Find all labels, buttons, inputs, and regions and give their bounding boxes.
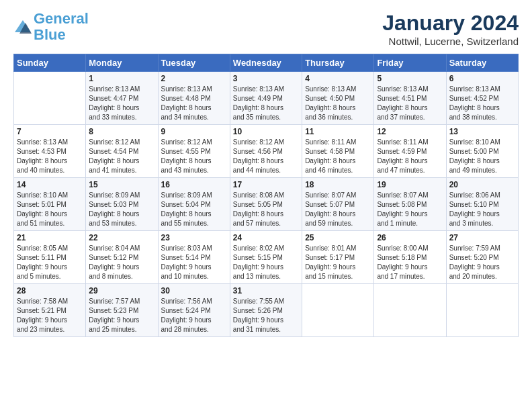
- day-info: Sunrise: 7:58 AMSunset: 5:21 PMDaylight:…: [17, 297, 83, 334]
- calendar-cell: 13Sunrise: 8:10 AMSunset: 5:00 PMDayligh…: [446, 125, 518, 178]
- calendar-cell: [14, 72, 86, 125]
- calendar-cell: 19Sunrise: 8:07 AMSunset: 5:08 PMDayligh…: [374, 178, 446, 231]
- calendar-cell: 12Sunrise: 8:11 AMSunset: 4:59 PMDayligh…: [374, 125, 446, 178]
- day-info: Sunrise: 8:10 AMSunset: 5:01 PMDaylight:…: [17, 191, 83, 228]
- day-number: 2: [161, 74, 227, 83]
- header-wednesday: Wednesday: [230, 54, 302, 72]
- calendar-cell: 7Sunrise: 8:13 AMSunset: 4:53 PMDaylight…: [14, 125, 86, 178]
- calendar-cell: 30Sunrise: 7:56 AMSunset: 5:24 PMDayligh…: [158, 284, 230, 337]
- logo-line1: General: [34, 10, 89, 27]
- day-info: Sunrise: 8:13 AMSunset: 4:47 PMDaylight:…: [89, 85, 154, 122]
- day-number: 30: [161, 286, 227, 295]
- day-info: Sunrise: 8:07 AMSunset: 5:08 PMDaylight:…: [377, 191, 443, 228]
- day-number: 14: [17, 180, 83, 189]
- calendar-cell: [302, 284, 374, 337]
- week-row-2: 7Sunrise: 8:13 AMSunset: 4:53 PMDaylight…: [14, 125, 519, 178]
- day-info: Sunrise: 8:08 AMSunset: 5:05 PMDaylight:…: [233, 191, 299, 228]
- day-number: 7: [17, 127, 83, 136]
- day-number: 9: [161, 127, 227, 136]
- day-info: Sunrise: 8:13 AMSunset: 4:51 PMDaylight:…: [377, 85, 443, 122]
- header-saturday: Saturday: [446, 54, 518, 72]
- day-number: 1: [89, 74, 154, 83]
- calendar-cell: 2Sunrise: 8:13 AMSunset: 4:48 PMDaylight…: [158, 72, 230, 125]
- header-thursday: Thursday: [302, 54, 374, 72]
- header-sunday: Sunday: [14, 54, 86, 72]
- calendar-cell: 5Sunrise: 8:13 AMSunset: 4:51 PMDaylight…: [374, 72, 446, 125]
- day-number: 6: [449, 74, 515, 83]
- day-number: 16: [161, 180, 227, 189]
- calendar-cell: 27Sunrise: 7:59 AMSunset: 5:20 PMDayligh…: [446, 231, 518, 284]
- day-info: Sunrise: 8:03 AMSunset: 5:14 PMDaylight:…: [161, 244, 227, 281]
- day-info: Sunrise: 8:13 AMSunset: 4:48 PMDaylight:…: [161, 85, 227, 122]
- header-friday: Friday: [374, 54, 446, 72]
- day-info: Sunrise: 8:13 AMSunset: 4:49 PMDaylight:…: [233, 85, 299, 122]
- day-number: 23: [161, 233, 227, 242]
- day-number: 20: [449, 180, 515, 189]
- month-title: January 2024: [382, 11, 519, 36]
- day-number: 19: [377, 180, 443, 189]
- calendar-cell: 22Sunrise: 8:04 AMSunset: 5:12 PMDayligh…: [86, 231, 158, 284]
- day-number: 5: [377, 74, 443, 83]
- calendar-cell: 6Sunrise: 8:13 AMSunset: 4:52 PMDaylight…: [446, 72, 518, 125]
- day-info: Sunrise: 8:09 AMSunset: 5:03 PMDaylight:…: [89, 191, 154, 228]
- logo: General Blue: [13, 11, 89, 43]
- calendar-cell: 24Sunrise: 8:02 AMSunset: 5:15 PMDayligh…: [230, 231, 302, 284]
- subtitle: Nottwil, Lucerne, Switzerland: [382, 36, 519, 47]
- calendar-cell: 20Sunrise: 8:06 AMSunset: 5:10 PMDayligh…: [446, 178, 518, 231]
- day-number: 11: [305, 127, 371, 136]
- calendar-cell: 25Sunrise: 8:01 AMSunset: 5:17 PMDayligh…: [302, 231, 374, 284]
- day-number: 25: [305, 233, 371, 242]
- logo-icon: [13, 17, 32, 36]
- day-number: 26: [377, 233, 443, 242]
- logo-text: General Blue: [34, 11, 89, 43]
- day-info: Sunrise: 7:56 AMSunset: 5:24 PMDaylight:…: [161, 297, 227, 334]
- calendar-cell: 14Sunrise: 8:10 AMSunset: 5:01 PMDayligh…: [14, 178, 86, 231]
- page: General Blue January 2024 Nottwil, Lucer…: [0, 0, 532, 344]
- calendar-cell: 1Sunrise: 8:13 AMSunset: 4:47 PMDaylight…: [86, 72, 158, 125]
- day-number: 12: [377, 127, 443, 136]
- day-info: Sunrise: 8:10 AMSunset: 5:00 PMDaylight:…: [449, 138, 515, 175]
- calendar-cell: 9Sunrise: 8:12 AMSunset: 4:55 PMDaylight…: [158, 125, 230, 178]
- calendar-header: Sunday Monday Tuesday Wednesday Thursday…: [14, 54, 519, 72]
- day-info: Sunrise: 8:12 AMSunset: 4:54 PMDaylight:…: [89, 138, 154, 175]
- header-tuesday: Tuesday: [158, 54, 230, 72]
- calendar-cell: 3Sunrise: 8:13 AMSunset: 4:49 PMDaylight…: [230, 72, 302, 125]
- day-info: Sunrise: 8:13 AMSunset: 4:50 PMDaylight:…: [305, 85, 371, 122]
- calendar-body: 1Sunrise: 8:13 AMSunset: 4:47 PMDaylight…: [14, 72, 519, 337]
- calendar-cell: 18Sunrise: 8:07 AMSunset: 5:07 PMDayligh…: [302, 178, 374, 231]
- week-row-3: 14Sunrise: 8:10 AMSunset: 5:01 PMDayligh…: [14, 178, 519, 231]
- day-info: Sunrise: 8:02 AMSunset: 5:15 PMDaylight:…: [233, 244, 299, 281]
- day-number: 18: [305, 180, 371, 189]
- day-number: 27: [449, 233, 515, 242]
- calendar-cell: 26Sunrise: 8:00 AMSunset: 5:18 PMDayligh…: [374, 231, 446, 284]
- day-number: 10: [233, 127, 299, 136]
- day-info: Sunrise: 8:12 AMSunset: 4:55 PMDaylight:…: [161, 138, 227, 175]
- header-monday: Monday: [86, 54, 158, 72]
- day-number: 22: [89, 233, 154, 242]
- day-number: 8: [89, 127, 154, 136]
- week-row-5: 28Sunrise: 7:58 AMSunset: 5:21 PMDayligh…: [14, 284, 519, 337]
- day-number: 13: [449, 127, 515, 136]
- calendar-cell: 17Sunrise: 8:08 AMSunset: 5:05 PMDayligh…: [230, 178, 302, 231]
- day-number: 4: [305, 74, 371, 83]
- day-info: Sunrise: 7:55 AMSunset: 5:26 PMDaylight:…: [233, 297, 299, 334]
- day-info: Sunrise: 8:13 AMSunset: 4:53 PMDaylight:…: [17, 138, 83, 175]
- day-info: Sunrise: 8:05 AMSunset: 5:11 PMDaylight:…: [17, 244, 83, 281]
- calendar-cell: 11Sunrise: 8:11 AMSunset: 4:58 PMDayligh…: [302, 125, 374, 178]
- week-row-1: 1Sunrise: 8:13 AMSunset: 4:47 PMDaylight…: [14, 72, 519, 125]
- day-number: 31: [233, 286, 299, 295]
- day-info: Sunrise: 8:01 AMSunset: 5:17 PMDaylight:…: [305, 244, 371, 281]
- day-info: Sunrise: 7:59 AMSunset: 5:20 PMDaylight:…: [449, 244, 515, 281]
- calendar-cell: 16Sunrise: 8:09 AMSunset: 5:04 PMDayligh…: [158, 178, 230, 231]
- title-block: January 2024 Nottwil, Lucerne, Switzerla…: [382, 11, 519, 47]
- day-info: Sunrise: 8:09 AMSunset: 5:04 PMDaylight:…: [161, 191, 227, 228]
- day-info: Sunrise: 8:04 AMSunset: 5:12 PMDaylight:…: [89, 244, 154, 281]
- calendar-cell: 31Sunrise: 7:55 AMSunset: 5:26 PMDayligh…: [230, 284, 302, 337]
- day-number: 28: [17, 286, 83, 295]
- calendar-cell: 21Sunrise: 8:05 AMSunset: 5:11 PMDayligh…: [14, 231, 86, 284]
- calendar-cell: 8Sunrise: 8:12 AMSunset: 4:54 PMDaylight…: [86, 125, 158, 178]
- calendar-cell: 28Sunrise: 7:58 AMSunset: 5:21 PMDayligh…: [14, 284, 86, 337]
- calendar-cell: [374, 284, 446, 337]
- day-info: Sunrise: 8:13 AMSunset: 4:52 PMDaylight:…: [449, 85, 515, 122]
- day-number: 29: [89, 286, 154, 295]
